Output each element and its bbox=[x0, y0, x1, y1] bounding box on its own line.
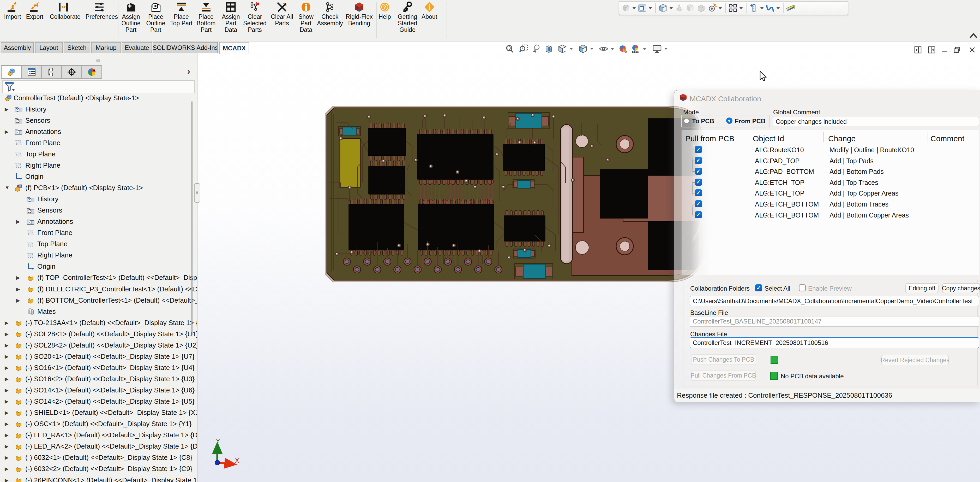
place-outline-part-button[interactable]: Place Outline Part bbox=[142, 2, 169, 33]
expand-arrow-icon[interactable]: ▶ bbox=[16, 275, 20, 281]
from-pcb-label[interactable]: From PCB bbox=[735, 118, 765, 125]
hu-zoomarea-button[interactable] bbox=[519, 44, 528, 54]
panel-tab-configuration-manager[interactable] bbox=[41, 65, 62, 79]
export-button[interactable]: Export bbox=[21, 2, 48, 20]
tree-item-label[interactable]: (f) BOTTOM_ControllerTest<1> (Default) <… bbox=[37, 296, 197, 305]
pane-left-button[interactable] bbox=[913, 46, 922, 54]
expand-arrow-icon[interactable]: ▶ bbox=[5, 444, 9, 449]
expand-arrow-icon[interactable]: ▶ bbox=[5, 342, 9, 348]
tree-item-label[interactable]: Origin bbox=[37, 262, 55, 270]
expand-arrow-icon[interactable]: ▶ bbox=[16, 286, 20, 292]
show-part-data-button[interactable]: Show Part Data bbox=[293, 2, 320, 33]
tree-item-label[interactable]: Right Plane bbox=[25, 161, 60, 169]
expand-arrow-icon[interactable]: ▶ bbox=[5, 455, 9, 461]
tree-item-label[interactable]: (-) SO14<1> (Default) <<Default>_Display… bbox=[25, 386, 194, 394]
tree-item-label[interactable]: Mates bbox=[37, 308, 56, 316]
expand-arrow-icon[interactable]: ▶ bbox=[5, 432, 9, 438]
qt-gray1-button[interactable] bbox=[675, 3, 684, 13]
dropdown-caret-icon[interactable] bbox=[643, 48, 646, 50]
row-checkbox[interactable]: ✓ bbox=[695, 200, 702, 207]
tree-row[interactable]: Sensors bbox=[0, 115, 197, 126]
change-cell[interactable]: Add | Bottom Pads bbox=[829, 168, 884, 176]
tree-item-label[interactable]: (f) PCB<1> (Default) <Display State-1> bbox=[25, 184, 143, 192]
tree-row[interactable]: Mates bbox=[0, 306, 197, 317]
tree-item-label[interactable]: Front Plane bbox=[25, 139, 60, 147]
tree-item-label[interactable]: (-) OSC<1> (Default) <<Default>_Display … bbox=[25, 420, 191, 428]
changes-file-input[interactable]: ControllerTest_INCREMENT_20250801T100516 bbox=[690, 337, 979, 348]
expand-arrow-icon[interactable]: ▶ bbox=[16, 297, 20, 303]
minimize-button[interactable] bbox=[940, 46, 949, 54]
change-cell[interactable]: Add | Top Traces bbox=[829, 179, 878, 187]
clear-selected-parts-button[interactable]: Clear Selected Parts bbox=[241, 2, 269, 33]
tree-row[interactable]: ▶(-) SO16<2> (Default) <<Default>_Displa… bbox=[0, 373, 197, 385]
expand-arrow-icon[interactable]: ▶ bbox=[5, 376, 9, 382]
change-cell[interactable]: Add | Top Copper Areas bbox=[829, 190, 899, 197]
row-checkbox[interactable]: ✓ bbox=[695, 179, 702, 186]
tree-row[interactable]: Right Plane bbox=[0, 160, 197, 171]
tree-row[interactable]: ▶(-) LED_RA<2> (Default) <<Default>_Disp… bbox=[0, 441, 197, 452]
tree-item-label[interactable]: Origin bbox=[25, 172, 43, 181]
dropdown-caret-icon[interactable] bbox=[718, 7, 722, 10]
panel-tab-display-manager[interactable] bbox=[81, 65, 102, 79]
tab-evaluate[interactable]: Evaluate bbox=[122, 42, 152, 53]
tree-item-label[interactable]: Sensors bbox=[25, 117, 50, 124]
tree-item-label[interactable]: Annotations bbox=[37, 217, 73, 226]
tree-row[interactable]: History bbox=[0, 193, 197, 205]
dropdown-caret-icon[interactable] bbox=[664, 48, 668, 50]
tree-item-label[interactable]: (-) SO16<2> (Default) <<Default>_Display… bbox=[25, 375, 194, 383]
folder-path-input[interactable]: C:\Users\SarithaD\Documents\MCADX_Collab… bbox=[690, 296, 979, 306]
tree-item-label[interactable]: Top Plane bbox=[25, 150, 56, 158]
hu-displaystyle-button[interactable] bbox=[578, 44, 594, 54]
restore-button[interactable] bbox=[953, 46, 961, 54]
editing-off-button[interactable]: Editing off bbox=[905, 283, 939, 293]
tree-item-label[interactable]: (-) SO20<1> (Default) <<Default>_Display… bbox=[25, 353, 194, 361]
qt-ucurve-button[interactable] bbox=[765, 3, 780, 13]
expand-panel-icon[interactable]: › bbox=[187, 66, 190, 76]
row-checkbox[interactable]: ✓ bbox=[695, 157, 702, 164]
tree-item-label[interactable]: (-) SHIELD<1> (Default) <<Default>_Displ… bbox=[25, 409, 197, 417]
tree-filter-bar[interactable] bbox=[2, 80, 194, 93]
tree-row[interactable]: ▶(-) 6032<2> (Default) <<Default>_Displa… bbox=[0, 463, 197, 474]
dropdown-caret-icon[interactable] bbox=[570, 48, 573, 50]
hu-prevview-button[interactable] bbox=[531, 44, 541, 54]
tree-row[interactable]: ▼(f) PCB<1> (Default) <Display State-1> bbox=[0, 182, 197, 193]
assign-outline-part-button[interactable]: Assign Outline Part bbox=[118, 2, 145, 33]
tree-scrollbar[interactable] bbox=[191, 101, 192, 335]
tree-row[interactable]: Front Plane bbox=[0, 227, 197, 238]
tree-row[interactable]: Sensors bbox=[0, 205, 197, 216]
tree-item-label[interactable]: Annotations bbox=[25, 128, 61, 136]
tree-item-label[interactable]: (-) LED_RA<1> (Default) <<Default>_Displ… bbox=[25, 431, 197, 439]
tree-row[interactable]: Origin bbox=[0, 171, 197, 182]
qt-cube-button[interactable] bbox=[659, 3, 673, 13]
change-cell[interactable]: Add | Bottom Copper Areas bbox=[829, 212, 909, 219]
hu-viewsettings-button[interactable] bbox=[652, 44, 668, 54]
qt-ruler-button[interactable] bbox=[786, 3, 795, 13]
panel-tab-property-manager[interactable] bbox=[21, 65, 42, 79]
tree-row[interactable]: Top Plane bbox=[0, 238, 197, 250]
expand-arrow-icon[interactable]: ▶ bbox=[5, 365, 9, 371]
expand-arrow-icon[interactable]: ▶ bbox=[5, 466, 9, 472]
hu-section-button[interactable] bbox=[544, 44, 554, 54]
qt-pillar-button[interactable] bbox=[749, 3, 764, 13]
change-cell[interactable]: Add | Bottom Traces bbox=[829, 201, 888, 208]
tree-row[interactable]: ▶(-) SO16<1> (Default) <<Default>_Displa… bbox=[0, 362, 197, 373]
col-object-id[interactable]: Object Id bbox=[753, 134, 784, 143]
tree-item-label[interactable]: (-) SO16<1> (Default) <<Default>_Display… bbox=[25, 364, 194, 372]
to-pcb-label[interactable]: To PCB bbox=[692, 118, 714, 125]
object-id-cell[interactable]: ALG:ETCH_BOTTOM bbox=[755, 212, 819, 219]
assign-part-data-button[interactable]: Assign Part Data bbox=[217, 2, 244, 33]
expand-arrow-icon[interactable]: ▶ bbox=[5, 354, 9, 359]
hu-hideshow-button[interactable] bbox=[599, 44, 614, 54]
object-id-cell[interactable]: ALG:RouteKO10 bbox=[755, 146, 804, 154]
tree-item-label[interactable]: (f) DIELECTRIC_P3_ControllerTest<1> (Def… bbox=[37, 285, 197, 293]
tree-row[interactable]: ▶(-) OSC<1> (Default) <<Default>_Display… bbox=[0, 418, 197, 429]
hu-zoomfit-button[interactable] bbox=[505, 44, 515, 54]
tree-item-label[interactable]: History bbox=[37, 195, 59, 203]
panel-tab-featuremanager-tree[interactable] bbox=[1, 65, 22, 79]
tree-row[interactable]: ▶(-) 6032<1> (Default) <<Default>_Displa… bbox=[0, 452, 197, 463]
tree-row[interactable]: ▶AAnnotations bbox=[0, 126, 197, 137]
tree-row[interactable]: ▶(f) DIELECTRIC_P3_ControllerTest<1> (De… bbox=[0, 284, 197, 295]
expand-arrow-icon[interactable]: ▶ bbox=[5, 387, 9, 393]
tab-layout[interactable]: Layout bbox=[35, 42, 63, 53]
col-change[interactable]: Change bbox=[828, 134, 856, 143]
